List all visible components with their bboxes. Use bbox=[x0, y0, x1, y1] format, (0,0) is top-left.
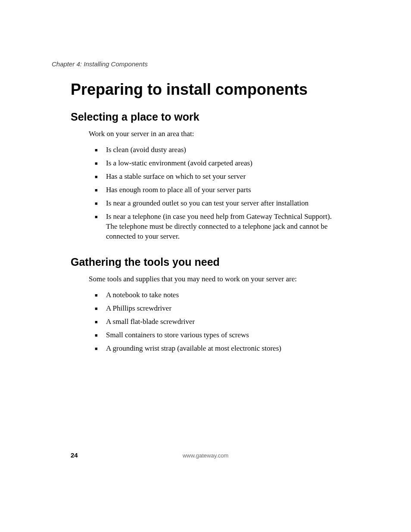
section-intro-1: Work on your server in an area that: bbox=[89, 129, 359, 139]
list-item: Has a stable surface on which to set you… bbox=[95, 170, 345, 184]
running-header: Chapter 4: Installing Components bbox=[52, 60, 359, 68]
list-item: Is a low-static environment (avoid carpe… bbox=[95, 157, 345, 170]
list-item: A small flat-blade screwdriver bbox=[95, 315, 345, 329]
list-item: A notebook to take notes bbox=[95, 289, 345, 302]
page-title: Preparing to install components bbox=[71, 81, 359, 99]
list-item: Has enough room to place all of your ser… bbox=[95, 184, 345, 197]
list-item: Is near a telephone (in case you need he… bbox=[95, 210, 345, 243]
list-item: A grounding wrist strap (available at mo… bbox=[95, 342, 345, 355]
bullet-list-2: A notebook to take notes A Phillips scre… bbox=[95, 289, 345, 355]
document-page: Chapter 4: Installing Components Prepari… bbox=[0, 0, 411, 532]
footer-url: www.gateway.com bbox=[52, 452, 359, 459]
list-item: Is near a grounded outlet so you can tes… bbox=[95, 197, 345, 210]
section-heading-1: Selecting a place to work bbox=[71, 111, 359, 123]
bullet-list-1: Is clean (avoid dusty areas) Is a low-st… bbox=[95, 143, 345, 243]
list-item: Small containers to store various types … bbox=[95, 329, 345, 342]
section-heading-2: Gathering the tools you need bbox=[71, 256, 359, 268]
section-intro-2: Some tools and supplies that you may nee… bbox=[89, 274, 359, 284]
list-item: A Phillips screwdriver bbox=[95, 302, 345, 315]
list-item: Is clean (avoid dusty areas) bbox=[95, 143, 345, 157]
page-footer: 24 www.gateway.com bbox=[0, 449, 411, 459]
